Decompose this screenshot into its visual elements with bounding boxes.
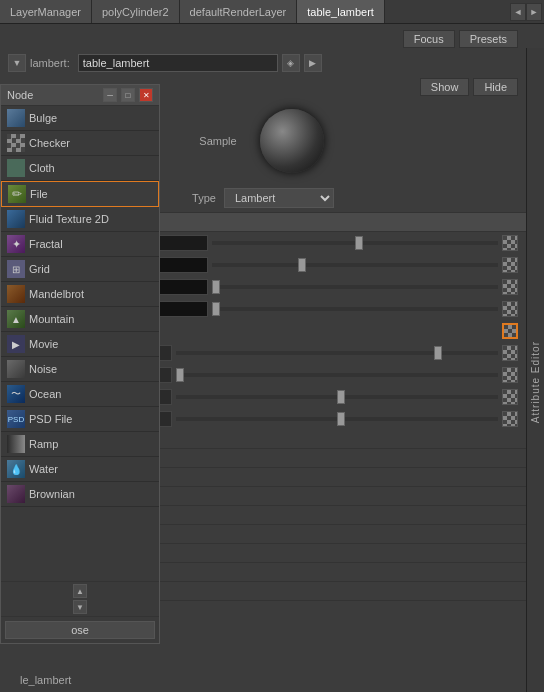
node-item-noise[interactable]: Noise bbox=[1, 357, 159, 382]
node-item-psd[interactable]: PSD PSD File bbox=[1, 407, 159, 432]
incandescence-controls bbox=[128, 301, 518, 317]
color-slider[interactable] bbox=[212, 241, 498, 245]
brownian-label: Brownian bbox=[29, 488, 75, 500]
node-close-button[interactable]: ose bbox=[5, 621, 155, 639]
node-item-ramp[interactable]: Ramp bbox=[1, 432, 159, 457]
action-row-top: Focus Presets bbox=[0, 28, 526, 50]
ambient-thumb bbox=[212, 280, 220, 294]
node-item-bulge[interactable]: Bulge bbox=[1, 106, 159, 131]
brownian-icon bbox=[7, 485, 25, 503]
tab-navigation: ◄ ► bbox=[510, 3, 542, 21]
translucence-focus-controls bbox=[128, 411, 518, 427]
tab-next-arrow[interactable]: ► bbox=[526, 3, 542, 21]
arrow-down-icon[interactable]: ▼ bbox=[8, 54, 26, 72]
lambert-row: ▼ lambert: ◈ ▶ bbox=[0, 50, 526, 76]
node-popup-window: Node ─ □ ✕ Bulge Checker Cloth ✏ File bbox=[0, 84, 160, 644]
node-item-fractal[interactable]: ✦ Fractal bbox=[1, 232, 159, 257]
translucence-depth-slider[interactable] bbox=[176, 395, 498, 399]
node-item-mountain[interactable]: ▲ Mountain bbox=[1, 307, 159, 332]
node-footer: ose bbox=[1, 616, 159, 643]
transparency-controls bbox=[128, 257, 518, 273]
lambert-label: lambert: bbox=[30, 57, 70, 69]
tab-default-render-layer[interactable]: defaultRenderLayer bbox=[180, 0, 298, 23]
translucence-depth-checker-icon[interactable] bbox=[502, 389, 518, 405]
restore-button[interactable]: □ bbox=[121, 88, 135, 102]
scroll-up-button[interactable]: ▲ bbox=[73, 584, 87, 598]
transparency-slider[interactable] bbox=[212, 263, 498, 267]
node-item-fluid-texture[interactable]: Fluid Texture 2D bbox=[1, 207, 159, 232]
tab-layer-manager[interactable]: LayerManager bbox=[0, 0, 92, 23]
psd-icon: PSD bbox=[7, 410, 25, 428]
diffuse-checker-icon[interactable] bbox=[502, 345, 518, 361]
bulge-label: Bulge bbox=[29, 112, 57, 124]
lambert-input[interactable] bbox=[78, 54, 278, 72]
translucence-depth-thumb bbox=[337, 390, 345, 404]
node-item-mandelbrot[interactable]: Mandelbrot bbox=[1, 282, 159, 307]
type-label: Type bbox=[192, 192, 216, 204]
scroll-down-button[interactable]: ▼ bbox=[73, 600, 87, 614]
movie-label: Movie bbox=[29, 338, 58, 350]
map-icon-1[interactable]: ◈ bbox=[282, 54, 300, 72]
sidebar-label-text: Attribute Editor bbox=[530, 341, 541, 423]
bottom-node-label: le_lambert bbox=[20, 674, 71, 686]
bump-mapping-controls bbox=[128, 323, 518, 339]
tab-prev-arrow[interactable]: ◄ bbox=[510, 3, 526, 21]
node-item-checker[interactable]: Checker bbox=[1, 131, 159, 156]
cloth-icon bbox=[7, 159, 25, 177]
incandescence-thumb bbox=[212, 302, 220, 316]
mountain-label: Mountain bbox=[29, 313, 74, 325]
tab-table-lambert[interactable]: table_lambert bbox=[297, 0, 385, 23]
node-item-list[interactable]: Bulge Checker Cloth ✏ File Fluid Texture… bbox=[1, 106, 159, 581]
color-checker-icon[interactable] bbox=[502, 235, 518, 251]
noise-label: Noise bbox=[29, 363, 57, 375]
type-select[interactable]: Lambert bbox=[224, 188, 334, 208]
presets-button[interactable]: Presets bbox=[459, 30, 518, 48]
node-item-cloth[interactable]: Cloth bbox=[1, 156, 159, 181]
show-button[interactable]: Show bbox=[420, 78, 470, 96]
translucence-focus-checker-icon[interactable] bbox=[502, 411, 518, 427]
node-item-brownian[interactable]: Brownian bbox=[1, 482, 159, 507]
translucence-focus-slider[interactable] bbox=[176, 417, 498, 421]
fractal-icon: ✦ bbox=[7, 235, 25, 253]
fractal-label: Fractal bbox=[29, 238, 63, 250]
node-item-file[interactable]: ✏ File bbox=[1, 181, 159, 207]
node-item-grid[interactable]: ⊞ Grid bbox=[1, 257, 159, 282]
main-area: Focus Presets ▼ lambert: ◈ ▶ Show Hide S… bbox=[0, 24, 544, 692]
color-slider-thumb bbox=[355, 236, 363, 250]
psd-label: PSD File bbox=[29, 413, 72, 425]
file-icon: ✏ bbox=[8, 185, 26, 203]
cloth-label: Cloth bbox=[29, 162, 55, 174]
node-item-water[interactable]: 💧 Water bbox=[1, 457, 159, 482]
tab-poly-cylinder[interactable]: polyCylinder2 bbox=[92, 0, 180, 23]
sphere-container[interactable] bbox=[257, 106, 327, 176]
material-sphere bbox=[260, 109, 324, 173]
translucence-slider[interactable] bbox=[176, 373, 498, 377]
minimize-button[interactable]: ─ bbox=[103, 88, 117, 102]
tab-bar: LayerManager polyCylinder2 defaultRender… bbox=[0, 0, 544, 24]
ambient-slider[interactable] bbox=[212, 285, 498, 289]
focus-button[interactable]: Focus bbox=[403, 30, 455, 48]
diffuse-slider[interactable] bbox=[176, 351, 498, 355]
mandelbrot-icon bbox=[7, 285, 25, 303]
incandescence-slider[interactable] bbox=[212, 307, 498, 311]
ambient-checker-icon[interactable] bbox=[502, 279, 518, 295]
file-label: File bbox=[30, 188, 48, 200]
checker-label: Checker bbox=[29, 137, 70, 149]
bump-mapping-checker-icon[interactable] bbox=[502, 323, 518, 339]
transparency-checker-icon[interactable] bbox=[502, 257, 518, 273]
movie-icon: ▶ bbox=[7, 335, 25, 353]
mountain-icon: ▲ bbox=[7, 310, 25, 328]
close-window-button[interactable]: ✕ bbox=[139, 88, 153, 102]
node-item-ocean[interactable]: 〜 Ocean bbox=[1, 382, 159, 407]
ambient-color-controls bbox=[128, 279, 518, 295]
hide-button[interactable]: Hide bbox=[473, 78, 518, 96]
translucence-checker-icon[interactable] bbox=[502, 367, 518, 383]
node-item-movie[interactable]: ▶ Movie bbox=[1, 332, 159, 357]
incandescence-checker-icon[interactable] bbox=[502, 301, 518, 317]
node-popup-title: Node bbox=[7, 89, 99, 101]
map-icon-2[interactable]: ▶ bbox=[304, 54, 322, 72]
sample-label: Sample bbox=[199, 135, 236, 147]
mandelbrot-label: Mandelbrot bbox=[29, 288, 84, 300]
grid-icon: ⊞ bbox=[7, 260, 25, 278]
diffuse-controls bbox=[128, 345, 518, 361]
